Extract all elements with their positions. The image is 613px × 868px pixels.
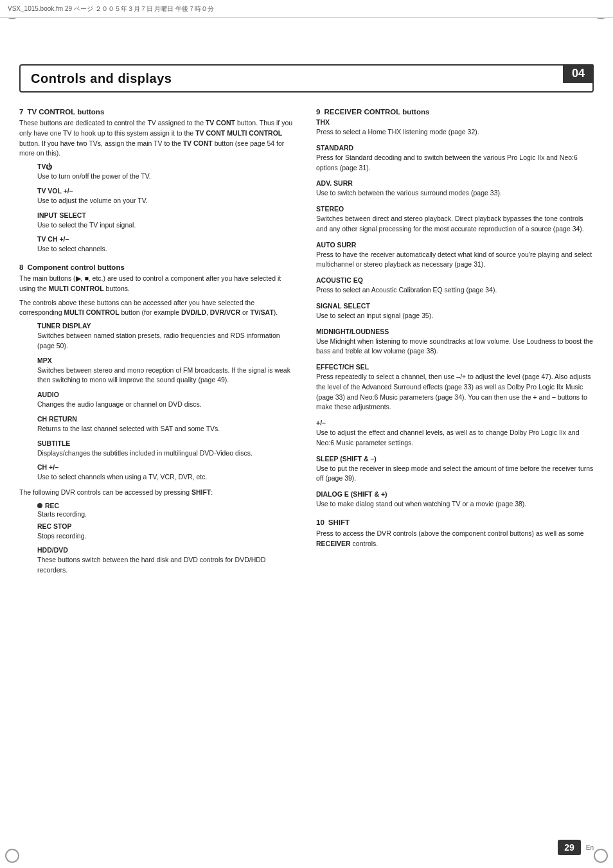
item-effect-ch-sel: EFFECT/CH SEL Press repeatedly to select… xyxy=(316,363,594,412)
item-auto-surr: AUTO SURR Press to have the receiver aut… xyxy=(316,241,594,270)
item-signal-select: SIGNAL SELECT Use to select an input sig… xyxy=(316,302,594,321)
item-dialog-e: DIALOG E (SHIFT & +) Use to make dialog … xyxy=(316,490,594,509)
sub-body-plusminus: Use to adjust the effect and channel lev… xyxy=(316,428,594,448)
sub-body-ch-plusminus: Use to select channels when using a TV, … xyxy=(37,472,297,483)
sub-title-effect-ch-sel: EFFECT/CH SEL xyxy=(316,363,594,371)
chapter-badge: 04 xyxy=(563,64,594,83)
sub-section-tv-power: TV⏻ Use to turn on/off the power of the … xyxy=(37,163,297,182)
sub-title-rec-stop: REC STOP xyxy=(37,522,297,530)
sub-section-subtitle: SUBTITLE Displays/changes the subtitles … xyxy=(37,439,297,459)
sub-body-dialog-e: Use to make dialog stand out when watchi… xyxy=(316,499,594,509)
item-standard: STANDARD Press for Standard decoding and… xyxy=(316,144,594,173)
sub-body-acoustic-eq: Press to select an Acoustic Calibration … xyxy=(316,285,594,296)
sub-body-rec-stop: Stops recording. xyxy=(37,531,297,542)
sub-title-dialog-e: DIALOG E (SHIFT & +) xyxy=(316,490,594,498)
sub-title-sleep: SLEEP (SHIFT & –) xyxy=(316,455,594,463)
section-7-title: TV CONTROL buttons xyxy=(27,108,104,116)
section-10-body: Press to access the DVR controls (above … xyxy=(316,529,594,549)
page-title-area: Controls and displays 04 xyxy=(19,64,594,93)
sub-section-input-select: INPUT SELECT Use to select the TV input … xyxy=(37,211,297,231)
right-column: 9 RECEIVER CONTROL buttons THX Press to … xyxy=(316,108,594,829)
sub-title-auto-surr: AUTO SURR xyxy=(316,241,594,249)
corner-decoration-bl xyxy=(5,849,19,863)
sub-body-ch-return: Returns to the last channel selected wit… xyxy=(37,424,297,434)
header-text: VSX_1015.book.fm 29 ページ ２００５年３月７日 月曜日 午後… xyxy=(8,4,214,13)
item-midnight-loudness: MIDNIGHT/LOUDNESS Use Midnight when list… xyxy=(316,328,594,357)
corner-decoration-br xyxy=(594,849,608,863)
sub-section-tuner-display: TUNER DISPLAY Switches between named sta… xyxy=(37,322,297,351)
sub-title-ch-plusminus: CH +/– xyxy=(37,463,297,471)
sub-body-sleep: Use to put the receiver in sleep mode an… xyxy=(316,464,594,484)
sub-title-hdd-dvd: HDD/DVD xyxy=(37,546,297,554)
sub-title-adv-surr: ADV. SURR xyxy=(316,179,594,187)
sub-title-tv-ch: TV CH +/– xyxy=(37,235,297,243)
sub-section-ch-plusminus: CH +/– Use to select channels when using… xyxy=(37,463,297,483)
sub-section-tv-vol: TV VOL +/– Use to adjust the volume on y… xyxy=(37,187,297,206)
sub-body-audio: Changes the audio language or channel on… xyxy=(37,400,297,410)
sub-body-stereo: Switches between direct and stereo playb… xyxy=(316,214,594,235)
sub-body-thx: Press to select a Home THX listening mod… xyxy=(316,127,594,137)
sub-body-signal-select: Use to select an input signal (page 35). xyxy=(316,311,594,321)
section-10-header: 10 SHIFT xyxy=(316,518,594,526)
bullet-rec: REC Starts recording. xyxy=(37,502,297,520)
page-title: Controls and displays xyxy=(31,71,172,86)
sub-title-ch-return: CH RETURN xyxy=(37,415,297,423)
dvr-intro-text: The following DVR controls can be access… xyxy=(19,488,297,498)
item-sleep: SLEEP (SHIFT & –) Use to put the receive… xyxy=(316,455,594,484)
page-number-badge: 29 xyxy=(558,840,581,855)
sub-title-standard: STANDARD xyxy=(316,144,594,152)
sub-title-thx: THX xyxy=(316,118,594,126)
sub-title-midnight-loudness: MIDNIGHT/LOUDNESS xyxy=(316,328,594,335)
section-8-body2: The controls above these buttons can be … xyxy=(19,298,297,319)
sub-title-input-select: INPUT SELECT xyxy=(37,211,297,219)
section-10-number: 10 xyxy=(316,518,324,526)
section-8-title: Component control buttons xyxy=(27,263,124,271)
sub-title-mpx: MPX xyxy=(37,357,297,364)
sub-title-subtitle: SUBTITLE xyxy=(37,439,297,447)
sub-section-mpx: MPX Switches between stereo and mono rec… xyxy=(37,357,297,386)
sub-section-ch-return: CH RETURN Returns to the last channel se… xyxy=(37,415,297,434)
section-8: 8 Component control buttons The main but… xyxy=(19,263,297,576)
item-acoustic-eq: ACOUSTIC EQ Press to select an Acoustic … xyxy=(316,276,594,296)
item-stereo: STEREO Switches between direct and stere… xyxy=(316,205,594,235)
sub-body-tv-ch: Use to select channels. xyxy=(37,244,297,254)
main-content: 7 TV CONTROL buttons These buttons are d… xyxy=(19,108,594,829)
section-8-header: 8 Component control buttons xyxy=(19,263,297,271)
section-9-header: 9 RECEIVER CONTROL buttons xyxy=(316,108,594,116)
sub-body-input-select: Use to select the TV input signal. xyxy=(37,220,297,231)
section-9-number: 9 xyxy=(316,108,320,116)
section-7-number: 7 xyxy=(19,108,23,116)
sub-title-tv-power: TV⏻ xyxy=(37,163,297,170)
header-bar: VSX_1015.book.fm 29 ページ ２００５年３月７日 月曜日 午後… xyxy=(0,0,613,18)
bullet-dot-rec xyxy=(37,503,42,508)
sub-title-tuner-display: TUNER DISPLAY xyxy=(37,322,297,330)
sub-section-rec-stop: REC STOP Stops recording. xyxy=(37,522,297,542)
sub-body-tuner-display: Switches between named station presets, … xyxy=(37,331,297,351)
sub-body-tv-power: Use to turn on/off the power of the TV. xyxy=(37,172,297,182)
sub-title-stereo: STEREO xyxy=(316,205,594,213)
sub-body-hdd-dvd: These buttons switch between the hard di… xyxy=(37,555,297,576)
sub-section-tv-ch: TV CH +/– Use to select channels. xyxy=(37,235,297,254)
section-10: 10 SHIFT Press to access the DVR control… xyxy=(316,518,594,549)
section-8-number: 8 xyxy=(19,263,23,271)
section-8-body: The main buttons (▶, ■, etc.) are used t… xyxy=(19,274,297,294)
sub-title-plusminus: +/– xyxy=(316,419,594,427)
sub-body-tv-vol: Use to adjust the volume on your TV. xyxy=(37,196,297,206)
item-plusminus: +/– Use to adjust the effect and channel… xyxy=(316,419,594,448)
section-10-title: SHIFT xyxy=(328,518,350,526)
bullet-body-rec: Starts recording. xyxy=(37,509,297,520)
bullet-title-rec: REC xyxy=(37,502,297,509)
sub-title-signal-select: SIGNAL SELECT xyxy=(316,302,594,310)
section-7-body: These buttons are dedicated to control t… xyxy=(19,118,297,159)
sub-body-midnight-loudness: Use Midnight when listening to movie sou… xyxy=(316,337,594,357)
sub-section-hdd-dvd: HDD/DVD These buttons switch between the… xyxy=(37,546,297,576)
sub-title-acoustic-eq: ACOUSTIC EQ xyxy=(316,276,594,284)
sub-body-mpx: Switches between stereo and mono recepti… xyxy=(37,366,297,386)
item-adv-surr: ADV. SURR Use to switch between the vari… xyxy=(316,179,594,199)
sub-body-effect-ch-sel: Press repeatedly to select a channel, th… xyxy=(316,372,594,412)
left-column: 7 TV CONTROL buttons These buttons are d… xyxy=(19,108,297,829)
section-9: 9 RECEIVER CONTROL buttons THX Press to … xyxy=(316,108,594,509)
sub-title-tv-vol: TV VOL +/– xyxy=(37,187,297,195)
footer-lang: En xyxy=(586,844,594,851)
section-9-title: RECEIVER CONTROL buttons xyxy=(324,108,429,116)
